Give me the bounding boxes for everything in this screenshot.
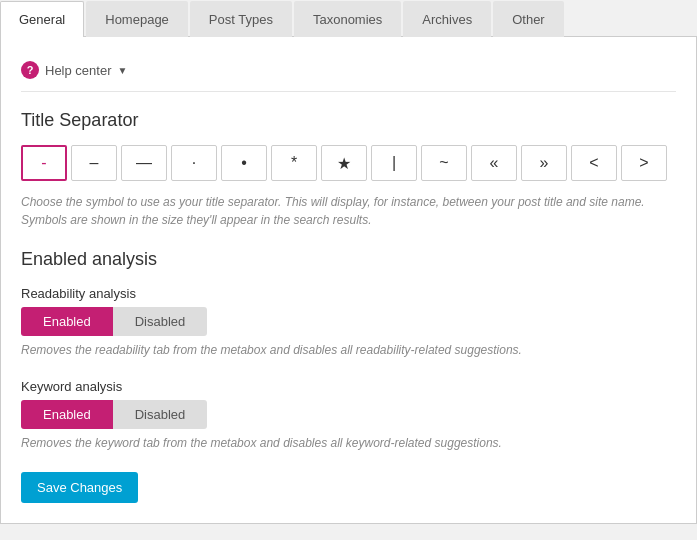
keyword-note: Removes the keyword tab from the metabox… xyxy=(21,435,676,452)
sep-btn-star[interactable]: ★ xyxy=(321,145,367,181)
sep-btn-bullet[interactable]: • xyxy=(221,145,267,181)
help-center[interactable]: ? Help center ▼ xyxy=(21,53,676,92)
readability-label: Readability analysis xyxy=(21,286,676,301)
keyword-toggle-group: Enabled Disabled xyxy=(21,400,676,429)
help-icon: ? xyxy=(21,61,39,79)
keyword-disabled-btn[interactable]: Disabled xyxy=(113,400,208,429)
readability-disabled-btn[interactable]: Disabled xyxy=(113,307,208,336)
keyword-label: Keyword analysis xyxy=(21,379,676,394)
sep-btn-em-dash[interactable]: — xyxy=(121,145,167,181)
tab-taxonomies[interactable]: Taxonomies xyxy=(294,1,401,37)
sep-btn-dash[interactable]: - xyxy=(21,145,67,181)
readability-row: Readability analysis Enabled Disabled Re… xyxy=(21,286,676,359)
tab-general[interactable]: General xyxy=(0,1,84,37)
tabs-bar: General Homepage Post Types Taxonomies A… xyxy=(0,0,697,37)
sep-btn-lt[interactable]: < xyxy=(571,145,617,181)
sep-btn-en-dash[interactable]: – xyxy=(71,145,117,181)
readability-note: Removes the readability tab from the met… xyxy=(21,342,676,359)
sep-btn-asterisk[interactable]: * xyxy=(271,145,317,181)
sep-btn-raquo[interactable]: » xyxy=(521,145,567,181)
separator-grid: - – — · • * ★ | ~ « » < > xyxy=(21,145,676,181)
tab-archives[interactable]: Archives xyxy=(403,1,491,37)
sep-btn-laquo[interactable]: « xyxy=(471,145,517,181)
keyword-enabled-btn[interactable]: Enabled xyxy=(21,400,113,429)
page-wrapper: General Homepage Post Types Taxonomies A… xyxy=(0,0,697,540)
content-area: ? Help center ▼ Title Separator - – — · … xyxy=(0,37,697,524)
save-changes-button[interactable]: Save Changes xyxy=(21,472,138,503)
tab-post-types[interactable]: Post Types xyxy=(190,1,292,37)
sep-btn-gt[interactable]: > xyxy=(621,145,667,181)
help-center-label: Help center xyxy=(45,63,111,78)
separator-description: Choose the symbol to use as your title s… xyxy=(21,193,676,229)
title-separator-heading: Title Separator xyxy=(21,110,676,131)
sep-btn-middle-dot[interactable]: · xyxy=(171,145,217,181)
tab-homepage[interactable]: Homepage xyxy=(86,1,188,37)
sep-btn-pipe[interactable]: | xyxy=(371,145,417,181)
readability-toggle-group: Enabled Disabled xyxy=(21,307,676,336)
enabled-analysis-heading: Enabled analysis xyxy=(21,249,676,270)
chevron-down-icon: ▼ xyxy=(117,65,127,76)
readability-enabled-btn[interactable]: Enabled xyxy=(21,307,113,336)
tab-other[interactable]: Other xyxy=(493,1,564,37)
keyword-row: Keyword analysis Enabled Disabled Remove… xyxy=(21,379,676,452)
sep-btn-tilde[interactable]: ~ xyxy=(421,145,467,181)
